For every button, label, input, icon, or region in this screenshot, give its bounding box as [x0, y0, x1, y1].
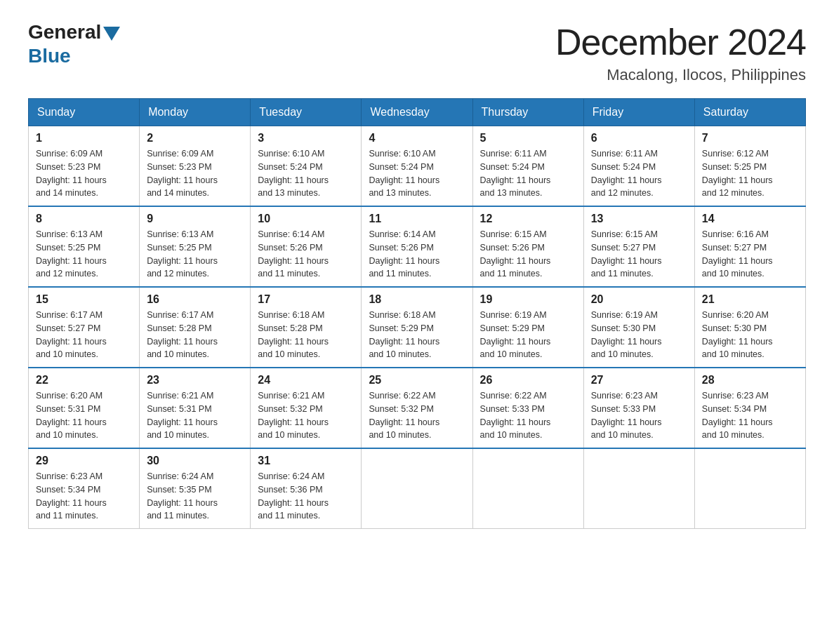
- day-info: Sunrise: 6:11 AMSunset: 5:24 PMDaylight:…: [480, 147, 576, 200]
- day-info: Sunrise: 6:12 AMSunset: 5:25 PMDaylight:…: [702, 147, 798, 200]
- calendar-cell: [694, 448, 805, 529]
- day-info: Sunrise: 6:15 AMSunset: 5:27 PMDaylight:…: [591, 228, 687, 281]
- day-info: Sunrise: 6:21 AMSunset: 5:32 PMDaylight:…: [258, 389, 354, 442]
- calendar-cell: 2Sunrise: 6:09 AMSunset: 5:23 PMDaylight…: [140, 126, 251, 207]
- calendar-cell: 22Sunrise: 6:20 AMSunset: 5:31 PMDayligh…: [29, 368, 140, 448]
- calendar-cell: 18Sunrise: 6:18 AMSunset: 5:29 PMDayligh…: [362, 287, 472, 368]
- header-wednesday: Wednesday: [362, 99, 472, 126]
- day-info: Sunrise: 6:11 AMSunset: 5:24 PMDaylight:…: [591, 147, 687, 200]
- calendar-cell: 24Sunrise: 6:21 AMSunset: 5:32 PMDayligh…: [251, 368, 362, 448]
- calendar-cell: 11Sunrise: 6:14 AMSunset: 5:26 PMDayligh…: [362, 206, 472, 287]
- day-info: Sunrise: 6:17 AMSunset: 5:28 PMDaylight:…: [147, 309, 243, 361]
- day-number: 7: [702, 132, 798, 145]
- calendar-cell: 25Sunrise: 6:22 AMSunset: 5:32 PMDayligh…: [362, 368, 472, 448]
- day-number: 25: [369, 374, 465, 387]
- calendar-cell: 21Sunrise: 6:20 AMSunset: 5:30 PMDayligh…: [694, 287, 805, 368]
- page-header: General Blue December 2024 Macalong, Ilo…: [28, 21, 806, 84]
- calendar-week-row: 15Sunrise: 6:17 AMSunset: 5:27 PMDayligh…: [29, 287, 806, 368]
- day-info: Sunrise: 6:22 AMSunset: 5:32 PMDaylight:…: [369, 389, 465, 442]
- calendar-cell: 13Sunrise: 6:15 AMSunset: 5:27 PMDayligh…: [583, 206, 694, 287]
- day-number: 24: [258, 374, 354, 387]
- calendar-cell: 1Sunrise: 6:09 AMSunset: 5:23 PMDaylight…: [29, 126, 140, 207]
- day-number: 9: [147, 213, 243, 225]
- day-info: Sunrise: 6:13 AMSunset: 5:25 PMDaylight:…: [147, 228, 243, 281]
- day-info: Sunrise: 6:14 AMSunset: 5:26 PMDaylight:…: [369, 228, 465, 281]
- day-number: 13: [591, 213, 687, 225]
- calendar-week-row: 22Sunrise: 6:20 AMSunset: 5:31 PMDayligh…: [29, 368, 806, 448]
- calendar-cell: [472, 448, 583, 529]
- day-info: Sunrise: 6:24 AMSunset: 5:36 PMDaylight:…: [258, 470, 354, 523]
- calendar-week-row: 8Sunrise: 6:13 AMSunset: 5:25 PMDaylight…: [29, 206, 806, 287]
- day-number: 5: [480, 132, 576, 145]
- day-info: Sunrise: 6:10 AMSunset: 5:24 PMDaylight:…: [369, 147, 465, 200]
- calendar-table: SundayMondayTuesdayWednesdayThursdayFrid…: [28, 98, 806, 529]
- calendar-cell: 8Sunrise: 6:13 AMSunset: 5:25 PMDaylight…: [29, 206, 140, 287]
- day-info: Sunrise: 6:14 AMSunset: 5:26 PMDaylight:…: [258, 228, 354, 281]
- title-block: December 2024 Macalong, Ilocos, Philippi…: [555, 21, 806, 84]
- logo-blue-text: Blue: [28, 45, 71, 67]
- calendar-cell: 5Sunrise: 6:11 AMSunset: 5:24 PMDaylight…: [472, 126, 583, 207]
- calendar-cell: 30Sunrise: 6:24 AMSunset: 5:35 PMDayligh…: [140, 448, 251, 529]
- calendar-week-row: 29Sunrise: 6:23 AMSunset: 5:34 PMDayligh…: [29, 448, 806, 529]
- header-saturday: Saturday: [694, 99, 805, 126]
- calendar-cell: 4Sunrise: 6:10 AMSunset: 5:24 PMDaylight…: [362, 126, 472, 207]
- day-info: Sunrise: 6:23 AMSunset: 5:34 PMDaylight:…: [702, 389, 798, 442]
- day-info: Sunrise: 6:13 AMSunset: 5:25 PMDaylight:…: [36, 228, 132, 281]
- day-info: Sunrise: 6:22 AMSunset: 5:33 PMDaylight:…: [480, 389, 576, 442]
- day-info: Sunrise: 6:18 AMSunset: 5:28 PMDaylight:…: [258, 309, 354, 361]
- day-info: Sunrise: 6:23 AMSunset: 5:33 PMDaylight:…: [591, 389, 687, 442]
- day-info: Sunrise: 6:19 AMSunset: 5:30 PMDaylight:…: [591, 309, 687, 361]
- calendar-header-row: SundayMondayTuesdayWednesdayThursdayFrid…: [29, 99, 806, 126]
- day-info: Sunrise: 6:21 AMSunset: 5:31 PMDaylight:…: [147, 389, 243, 442]
- day-info: Sunrise: 6:23 AMSunset: 5:34 PMDaylight:…: [36, 470, 132, 523]
- calendar-cell: 12Sunrise: 6:15 AMSunset: 5:26 PMDayligh…: [472, 206, 583, 287]
- calendar-cell: 10Sunrise: 6:14 AMSunset: 5:26 PMDayligh…: [251, 206, 362, 287]
- day-number: 28: [702, 374, 798, 387]
- month-title: December 2024: [555, 21, 806, 63]
- calendar-cell: 7Sunrise: 6:12 AMSunset: 5:25 PMDaylight…: [694, 126, 805, 207]
- day-info: Sunrise: 6:10 AMSunset: 5:24 PMDaylight:…: [258, 147, 354, 200]
- calendar-cell: 9Sunrise: 6:13 AMSunset: 5:25 PMDaylight…: [140, 206, 251, 287]
- day-number: 14: [702, 213, 798, 225]
- day-info: Sunrise: 6:16 AMSunset: 5:27 PMDaylight:…: [702, 228, 798, 281]
- day-number: 2: [147, 132, 243, 145]
- day-number: 4: [369, 132, 465, 145]
- day-number: 10: [258, 213, 354, 225]
- calendar-week-row: 1Sunrise: 6:09 AMSunset: 5:23 PMDaylight…: [29, 126, 806, 207]
- day-info: Sunrise: 6:20 AMSunset: 5:31 PMDaylight:…: [36, 389, 132, 442]
- calendar-cell: [583, 448, 694, 529]
- calendar-cell: 26Sunrise: 6:22 AMSunset: 5:33 PMDayligh…: [472, 368, 583, 448]
- day-number: 20: [591, 293, 687, 306]
- day-number: 11: [369, 213, 465, 225]
- day-number: 12: [480, 213, 576, 225]
- calendar-cell: 20Sunrise: 6:19 AMSunset: 5:30 PMDayligh…: [583, 287, 694, 368]
- day-info: Sunrise: 6:24 AMSunset: 5:35 PMDaylight:…: [147, 470, 243, 523]
- day-number: 22: [36, 374, 132, 387]
- calendar-cell: 17Sunrise: 6:18 AMSunset: 5:28 PMDayligh…: [251, 287, 362, 368]
- day-number: 18: [369, 293, 465, 306]
- calendar-cell: 19Sunrise: 6:19 AMSunset: 5:29 PMDayligh…: [472, 287, 583, 368]
- day-number: 19: [480, 293, 576, 306]
- calendar-cell: 31Sunrise: 6:24 AMSunset: 5:36 PMDayligh…: [251, 448, 362, 529]
- day-number: 3: [258, 132, 354, 145]
- day-number: 1: [36, 132, 132, 145]
- day-number: 23: [147, 374, 243, 387]
- logo-general-text: General: [28, 21, 101, 43]
- header-sunday: Sunday: [29, 99, 140, 126]
- calendar-cell: 6Sunrise: 6:11 AMSunset: 5:24 PMDaylight…: [583, 126, 694, 207]
- day-number: 16: [147, 293, 243, 306]
- logo: General Blue: [28, 21, 120, 67]
- calendar-cell: 27Sunrise: 6:23 AMSunset: 5:33 PMDayligh…: [583, 368, 694, 448]
- day-number: 21: [702, 293, 798, 306]
- calendar-cell: 29Sunrise: 6:23 AMSunset: 5:34 PMDayligh…: [29, 448, 140, 529]
- calendar-cell: [362, 448, 472, 529]
- day-number: 30: [147, 455, 243, 467]
- header-monday: Monday: [140, 99, 251, 126]
- day-number: 6: [591, 132, 687, 145]
- day-info: Sunrise: 6:17 AMSunset: 5:27 PMDaylight:…: [36, 309, 132, 361]
- day-number: 17: [258, 293, 354, 306]
- day-info: Sunrise: 6:18 AMSunset: 5:29 PMDaylight:…: [369, 309, 465, 361]
- day-info: Sunrise: 6:09 AMSunset: 5:23 PMDaylight:…: [36, 147, 132, 200]
- day-info: Sunrise: 6:15 AMSunset: 5:26 PMDaylight:…: [480, 228, 576, 281]
- header-thursday: Thursday: [472, 99, 583, 126]
